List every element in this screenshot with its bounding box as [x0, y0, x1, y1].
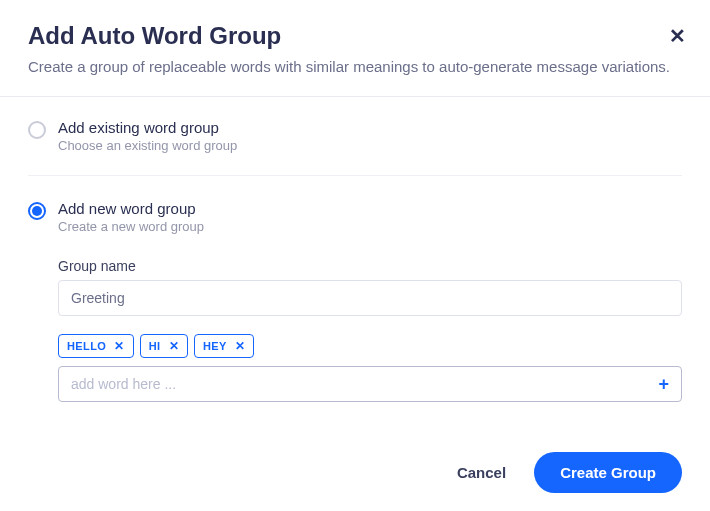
word-tag-label: HELLO [67, 340, 106, 352]
dialog-title: Add Auto Word Group [28, 22, 682, 50]
new-group-form: Group name HELLO✕HI✕HEY✕ + [28, 238, 682, 402]
word-tag: HI✕ [140, 334, 188, 358]
option-new-text: Add new word group Create a new word gro… [58, 200, 682, 234]
add-word-row: + [58, 366, 682, 402]
group-name-label: Group name [58, 258, 682, 274]
option-new-desc: Create a new word group [58, 219, 682, 234]
create-group-button[interactable]: Create Group [534, 452, 682, 493]
word-tag: HELLO✕ [58, 334, 134, 358]
option-existing-text: Add existing word group Choose an existi… [58, 119, 682, 153]
word-tags-row: HELLO✕HI✕HEY✕ [58, 334, 682, 358]
option-existing-title: Add existing word group [58, 119, 682, 136]
close-icon[interactable]: ✕ [669, 26, 686, 46]
add-word-group-dialog: Add Auto Word Group Create a group of re… [0, 0, 710, 511]
cancel-button[interactable]: Cancel [453, 454, 510, 491]
option-new[interactable]: Add new word group Create a new word gro… [28, 196, 682, 238]
radio-new[interactable] [28, 202, 46, 220]
plus-icon: + [658, 374, 669, 394]
option-existing-desc: Choose an existing word group [58, 138, 682, 153]
option-new-title: Add new word group [58, 200, 682, 217]
dialog-header: Add Auto Word Group Create a group of re… [0, 0, 710, 97]
group-name-input[interactable] [58, 280, 682, 316]
remove-tag-icon[interactable]: ✕ [114, 340, 124, 352]
option-existing-block: Add existing word group Choose an existi… [28, 115, 682, 176]
dialog-footer: Cancel Create Group [0, 430, 710, 511]
options-section: Add existing word group Choose an existi… [0, 97, 710, 402]
remove-tag-icon[interactable]: ✕ [235, 340, 245, 352]
option-existing[interactable]: Add existing word group Choose an existi… [28, 115, 682, 157]
add-word-button[interactable]: + [646, 375, 681, 393]
remove-tag-icon[interactable]: ✕ [169, 340, 179, 352]
add-word-input[interactable] [59, 367, 646, 401]
word-tag-label: HI [149, 340, 161, 352]
option-new-block: Add new word group Create a new word gro… [28, 196, 682, 402]
radio-existing[interactable] [28, 121, 46, 139]
word-tag: HEY✕ [194, 334, 254, 358]
word-tag-label: HEY [203, 340, 227, 352]
dialog-subtitle: Create a group of replaceable words with… [28, 56, 682, 78]
